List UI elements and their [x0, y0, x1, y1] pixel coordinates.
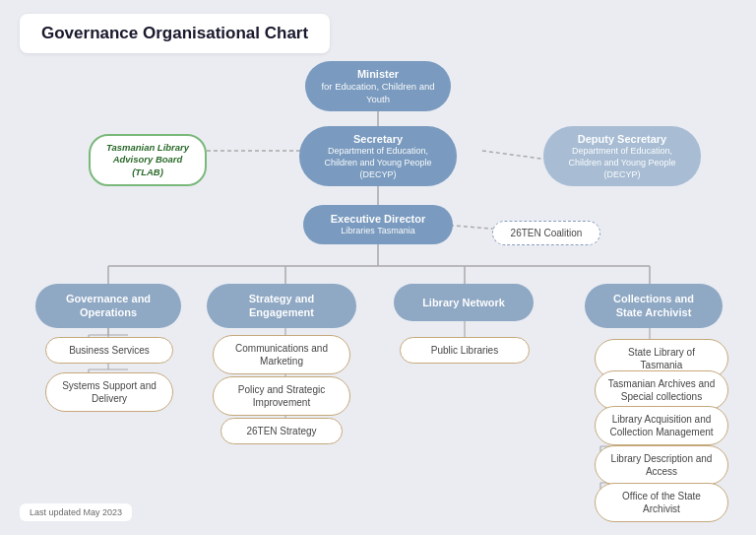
- library-network-node: Library Network: [394, 284, 534, 321]
- office-archivist-node: Office of the State Archivist: [595, 483, 728, 522]
- collections-node: Collections and State Archivist: [585, 284, 723, 328]
- tasmanian-archives-node: Tasmanian Archives and Special collectio…: [595, 370, 728, 410]
- library-description-node: Library Description and Access: [595, 445, 728, 485]
- minister-node: Minister for Education, Children and You…: [305, 61, 451, 111]
- 26ten-strategy-node: 26TEN Strategy: [220, 418, 343, 444]
- executive-director-node: Executive Director Libraries Tasmania: [303, 205, 453, 244]
- comms-node: Communications and Marketing: [213, 335, 350, 374]
- systems-support-node: Systems Support and Delivery: [45, 372, 173, 412]
- business-services-node: Business Services: [45, 337, 173, 364]
- footer-label: Last updated May 2023: [20, 503, 132, 521]
- tlab-node: Tasmanian Library Advisory Board (TLAB): [89, 134, 207, 186]
- secretary-node: Secretary Department of Education, Child…: [299, 126, 457, 186]
- public-libraries-node: Public Libraries: [400, 337, 530, 364]
- page-title: Governance Organisational Chart: [20, 14, 330, 53]
- deputy-secretary-node: Deputy Secretary Department of Education…: [543, 126, 701, 186]
- strategy-node: Strategy and Engagement: [207, 284, 356, 328]
- policy-node: Policy and Strategic Improvement: [213, 376, 350, 416]
- governance-node: Governance and Operations: [35, 284, 181, 328]
- 26ten-coalition-node: 26TEN Coalition: [492, 221, 600, 245]
- page: Governance Organisational Chart Minister…: [0, 0, 756, 535]
- library-acquisition-node: Library Acquisition and Collection Manag…: [595, 406, 728, 445]
